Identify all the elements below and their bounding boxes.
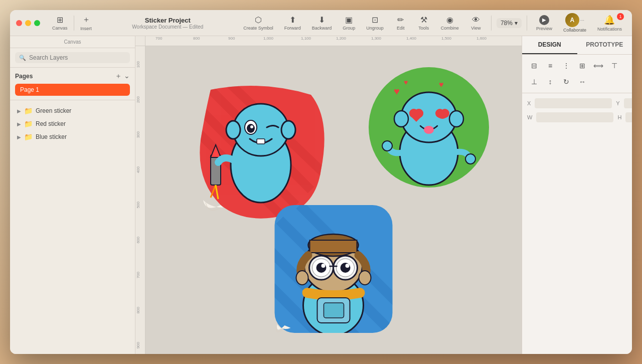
- x-input[interactable]: [535, 98, 612, 108]
- ruler-left: 100 200 300 400 500 600 700 800 900: [135, 46, 145, 354]
- page-item-1[interactable]: Page 1: [15, 84, 130, 96]
- ruler-mark: 800: [193, 36, 200, 41]
- xy-fields: X Y: [527, 98, 627, 108]
- edit-button[interactable]: ✏ Edit: [391, 13, 411, 33]
- search-icon: 🔍: [19, 55, 26, 61]
- tools-button[interactable]: ⚒ Tools: [414, 13, 434, 33]
- align-top-icon[interactable]: ⊤: [607, 59, 621, 73]
- y-label: Y: [616, 100, 619, 106]
- w-input[interactable]: [536, 112, 613, 122]
- layer-item-red[interactable]: ▶ 📁 Red sticker: [15, 117, 130, 130]
- ruler-mark: 1,000: [263, 36, 273, 41]
- h-label: H: [617, 114, 621, 120]
- flip-h-icon[interactable]: ⟺: [591, 59, 605, 73]
- canvas-toggle-button[interactable]: ⊞ Canvas: [48, 13, 72, 33]
- align-right-icon[interactable]: ⊞: [575, 59, 589, 73]
- collaborate-button[interactable]: A ··· Collaborate: [559, 12, 590, 34]
- svg-point-50: [341, 263, 351, 273]
- green-sticker[interactable]: ♥ ♥ ♥: [366, 65, 492, 195]
- pages-header: Pages ＋ ⌄: [15, 72, 130, 81]
- h-input[interactable]: [625, 112, 632, 122]
- ruler-mark: 1,400: [406, 36, 416, 41]
- layer-chevron-icon: ▶: [17, 108, 21, 114]
- svg-point-29: [449, 111, 463, 127]
- rotate-icon[interactable]: ↻: [559, 75, 573, 89]
- minimize-button[interactable]: [25, 20, 31, 26]
- ruler-mark: 1,600: [476, 36, 487, 41]
- tab-prototype[interactable]: PROTOTYPE: [577, 36, 632, 54]
- separator2: [491, 16, 492, 31]
- create-symbol-button[interactable]: ⬡ Create Symbol: [239, 13, 277, 33]
- right-panel: DESIGN PROTOTYPE ⊟ ≡ ⋮ ⊞ ⟺ ⊤ ⊥ ↕ ↻ ↔: [522, 36, 632, 354]
- zoom-chevron-icon: ▾: [515, 20, 518, 27]
- align-bottom-icon[interactable]: ↕: [543, 75, 557, 89]
- view-button[interactable]: 👁 View: [466, 14, 486, 33]
- separator3: [527, 16, 527, 31]
- folder-icon: 📁: [24, 133, 33, 141]
- avatar: A: [565, 13, 579, 27]
- preview-button[interactable]: ▶ Preview: [532, 13, 556, 33]
- flip-v-icon[interactable]: ↔: [575, 75, 589, 89]
- insert-button[interactable]: ＋ Insert: [76, 13, 96, 33]
- distribute-h-icon[interactable]: ⋮: [559, 59, 573, 73]
- forward-button[interactable]: ⬆ Forward: [280, 13, 305, 33]
- x-label: X: [527, 100, 531, 106]
- red-sticker[interactable]: [196, 80, 326, 220]
- svg-point-28: [394, 111, 408, 127]
- close-button[interactable]: [16, 20, 22, 26]
- title-bar: ⊞ Canvas ＋ Insert Sticker Project Worksp…: [10, 10, 632, 36]
- ruler-mark: 1,300: [371, 36, 381, 41]
- panel-tools: ⊟ ≡ ⋮ ⊞ ⟺ ⊤ ⊥ ↕ ↻ ↔: [522, 55, 632, 93]
- notification-badge: 1: [617, 13, 624, 20]
- pages-section: Pages ＋ ⌄ Page 1: [10, 68, 135, 100]
- align-left-icon[interactable]: ⊟: [527, 59, 541, 73]
- edit-icon: ✏: [397, 15, 404, 25]
- search-input[interactable]: [29, 54, 126, 61]
- group-button[interactable]: ▣ Group: [339, 13, 359, 33]
- ruler-corner: [135, 36, 145, 46]
- panel-tabs: DESIGN PROTOTYPE: [522, 36, 632, 55]
- svg-text:♥: ♥: [404, 78, 408, 86]
- ruler-mark: 1,500: [441, 36, 451, 41]
- traffic-lights: [16, 20, 40, 26]
- combine-button[interactable]: ◉ Combine: [437, 13, 463, 33]
- zoom-value: 78%: [501, 20, 513, 27]
- layer-item-green[interactable]: ▶ 📁 Green sticker: [15, 104, 130, 117]
- svg-point-30: [382, 141, 392, 151]
- play-icon: ▶: [539, 15, 549, 25]
- svg-text:♥: ♥: [439, 80, 444, 89]
- tab-design[interactable]: DESIGN: [522, 36, 577, 54]
- add-page-button[interactable]: ＋: [115, 72, 122, 81]
- canvas-label: Canvas: [10, 36, 135, 48]
- svg-text:♥: ♥: [394, 86, 400, 97]
- maximize-button[interactable]: [34, 20, 40, 26]
- folder-icon: 📁: [24, 107, 33, 115]
- toolbar-right: ⬡ Create Symbol ⬆ Forward ⬇ Backward ▣ G…: [239, 12, 626, 34]
- notifications-button[interactable]: 🔔 1 Notifications: [593, 13, 626, 33]
- blue-sticker[interactable]: [270, 200, 398, 340]
- ungroup-button[interactable]: ⊡ Ungroup: [362, 13, 388, 33]
- tools-icon: ⚒: [420, 15, 427, 25]
- svg-point-27: [424, 126, 434, 134]
- ruler-mark: 1,200: [336, 36, 346, 41]
- ruler-mark: 700: [155, 36, 162, 41]
- sidebar: Canvas 🔍 Pages ＋ ⌄: [10, 36, 135, 354]
- bell-icon: 🔔: [604, 15, 615, 26]
- zoom-control[interactable]: 78% ▾: [497, 18, 522, 28]
- canvas-area[interactable]: 700 800 900 1,000 1,100 1,200 1,300 1,40…: [135, 36, 522, 354]
- y-input[interactable]: [624, 98, 632, 108]
- layers-section: ▶ 📁 Green sticker ▶ 📁 Red sticker ▶ 📁 Bl…: [10, 100, 135, 354]
- svg-point-49: [316, 263, 327, 273]
- ungroup-icon: ⊡: [372, 15, 378, 25]
- svg-point-10: [226, 121, 240, 139]
- align-middle-icon[interactable]: ⊥: [527, 75, 541, 89]
- backward-button[interactable]: ⬇ Backward: [308, 13, 336, 33]
- pages-chevron-icon[interactable]: ⌄: [124, 72, 130, 81]
- svg-point-11: [281, 121, 295, 139]
- layer-item-blue[interactable]: ▶ 📁 Blue sticker: [15, 130, 130, 143]
- svg-point-51: [322, 264, 326, 268]
- pages-actions: ＋ ⌄: [115, 72, 130, 81]
- search-input-wrap: 🔍: [15, 52, 130, 63]
- svg-point-55: [359, 271, 371, 285]
- align-center-icon[interactable]: ≡: [543, 59, 557, 73]
